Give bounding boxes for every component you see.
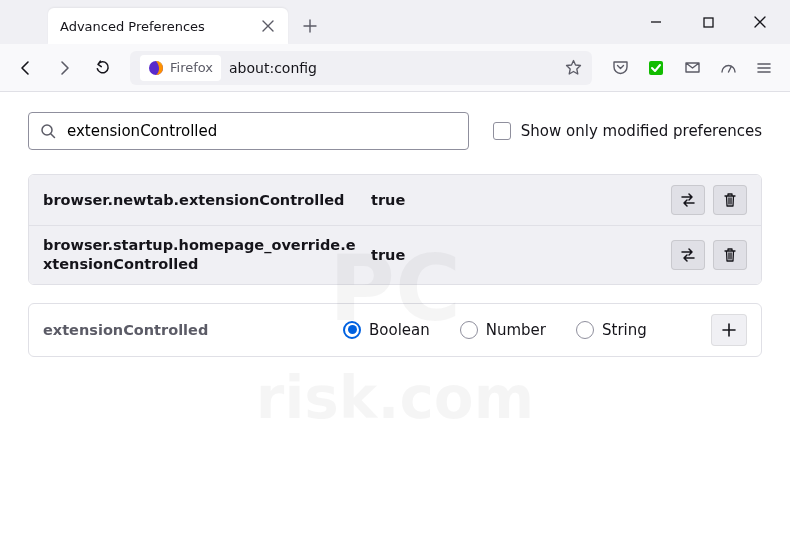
toolbar-right-buttons: [604, 52, 780, 84]
extension-icon[interactable]: [640, 52, 672, 84]
pref-row: browser.startup.homepage_override.extens…: [29, 225, 761, 284]
search-input[interactable]: [28, 112, 469, 150]
svg-rect-0: [704, 18, 713, 27]
pref-actions: [671, 240, 747, 270]
delete-button[interactable]: [713, 185, 747, 215]
pref-row: browser.newtab.extensionControlled true: [29, 175, 761, 225]
back-button[interactable]: [10, 52, 42, 84]
show-modified-checkbox[interactable]: Show only modified preferences: [493, 122, 762, 140]
radio-icon: [460, 321, 478, 339]
url-input[interactable]: [229, 60, 557, 76]
type-radio-group: Boolean Number String: [343, 321, 701, 339]
page-content: Show only modified preferences browser.n…: [0, 92, 790, 377]
app-menu-icon[interactable]: [748, 52, 780, 84]
forward-button[interactable]: [48, 52, 80, 84]
tab-title: Advanced Preferences: [60, 19, 260, 34]
toggle-button[interactable]: [671, 185, 705, 215]
pref-value: true: [363, 192, 671, 208]
close-tab-icon[interactable]: [260, 18, 276, 34]
radio-number[interactable]: Number: [460, 321, 546, 339]
search-icon: [40, 123, 56, 139]
url-bar[interactable]: Firefox: [130, 51, 592, 85]
radio-label: String: [602, 321, 647, 339]
search-box: [28, 112, 469, 150]
delete-button[interactable]: [713, 240, 747, 270]
window-controls: [642, 8, 782, 44]
identity-box[interactable]: Firefox: [140, 55, 221, 81]
search-row: Show only modified preferences: [28, 112, 762, 150]
new-pref-name: extensionControlled: [43, 322, 343, 338]
show-modified-label: Show only modified preferences: [521, 122, 762, 140]
toggle-button[interactable]: [671, 240, 705, 270]
new-tab-button[interactable]: [294, 10, 326, 42]
pref-actions: [671, 185, 747, 215]
new-pref-row: extensionControlled Boolean Number Strin…: [28, 303, 762, 357]
pocket-icon[interactable]: [604, 52, 636, 84]
minimize-button[interactable]: [642, 8, 670, 36]
radio-label: Boolean: [369, 321, 430, 339]
window-titlebar: Advanced Preferences: [0, 0, 790, 44]
window-close-button[interactable]: [746, 8, 774, 36]
mail-icon[interactable]: [676, 52, 708, 84]
radio-label: Number: [486, 321, 546, 339]
pref-name: browser.startup.homepage_override.extens…: [43, 236, 363, 274]
reload-button[interactable]: [86, 52, 118, 84]
checkbox-icon: [493, 122, 511, 140]
radio-icon: [343, 321, 361, 339]
browser-toolbar: Firefox: [0, 44, 790, 92]
bookmark-star-icon[interactable]: [565, 59, 582, 76]
identity-label: Firefox: [170, 60, 213, 75]
pref-name: browser.newtab.extensionControlled: [43, 191, 363, 210]
browser-tab[interactable]: Advanced Preferences: [48, 8, 288, 44]
maximize-button[interactable]: [694, 8, 722, 36]
dashboard-icon[interactable]: [712, 52, 744, 84]
radio-string[interactable]: String: [576, 321, 647, 339]
add-pref-button[interactable]: [711, 314, 747, 346]
pref-value: true: [363, 247, 671, 263]
radio-boolean[interactable]: Boolean: [343, 321, 430, 339]
radio-icon: [576, 321, 594, 339]
firefox-logo-icon: [148, 60, 164, 76]
pref-table: browser.newtab.extensionControlled true …: [28, 174, 762, 285]
